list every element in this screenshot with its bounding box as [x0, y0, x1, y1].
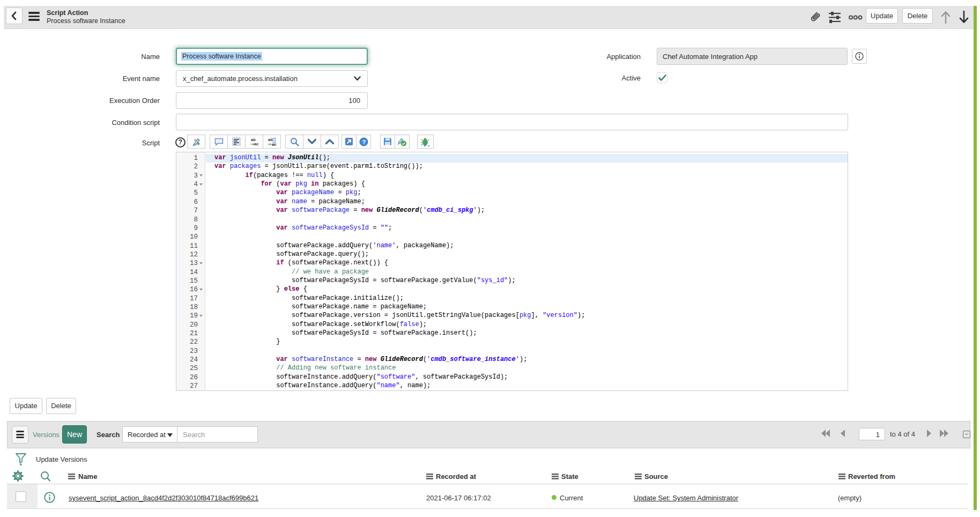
- svg-text:ab: ab: [268, 137, 273, 142]
- svg-text:?: ?: [362, 138, 366, 145]
- svg-text:ac: ac: [272, 142, 276, 146]
- svg-text:ac: ac: [254, 142, 258, 146]
